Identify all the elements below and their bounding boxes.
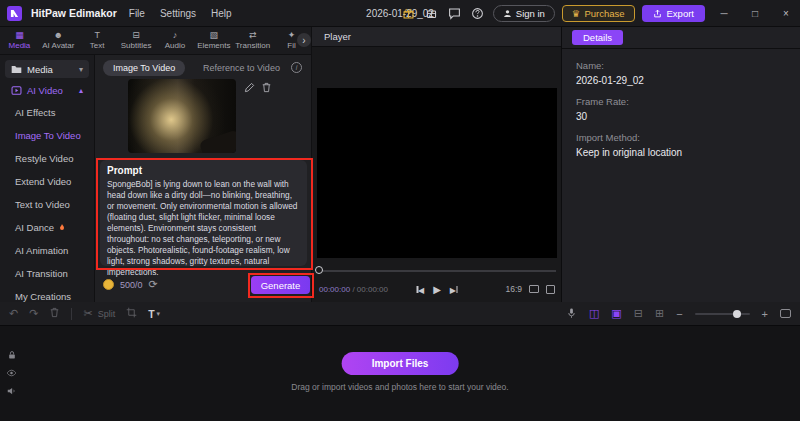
details-header: Details — [562, 27, 800, 49]
player-scrubber[interactable] — [318, 270, 556, 272]
delete-image-button[interactable] — [261, 82, 272, 95]
timeline-zoom-slider[interactable] — [695, 313, 750, 315]
tab-subtitles[interactable]: ⊟ Subtitles — [117, 27, 156, 54]
grid-toggle-button[interactable]: ⊞ — [655, 307, 664, 320]
chevron-down-icon: ▾ — [157, 310, 161, 318]
snap-toggle-button[interactable]: ⊟ — [634, 307, 643, 320]
menu-help[interactable]: Help — [208, 6, 235, 21]
undo-button[interactable]: ↶ — [9, 308, 18, 319]
sign-in-button[interactable]: Sign in — [493, 5, 555, 22]
trash-icon — [261, 82, 272, 93]
sidebar-group-media[interactable]: Media ▾ — [5, 60, 89, 78]
text-tool-button[interactable]: T ▾ — [148, 308, 160, 320]
play-button[interactable]: ▶ — [433, 284, 441, 295]
split-button[interactable]: ✂ — [83, 308, 92, 319]
zoom-in-button[interactable]: + — [762, 308, 768, 320]
tab-text[interactable]: T Text — [78, 27, 117, 54]
export-icon — [653, 9, 662, 18]
info-icon[interactable]: i — [291, 62, 302, 73]
tab-media[interactable]: ▦ Media — [0, 27, 39, 54]
transport-controls: ◀ ▶ ▶ — [416, 284, 457, 295]
split-label: Split — [98, 309, 116, 319]
sidebar-item-restyle-video[interactable]: Restyle Video — [0, 147, 94, 170]
zoom-slider-handle[interactable] — [733, 310, 741, 318]
sidebar-item-ai-effects[interactable]: AI Effects — [0, 101, 94, 124]
lock-track-button[interactable] — [7, 350, 17, 362]
aspect-ratio-selector[interactable]: 16:9 — [505, 284, 522, 294]
details-panel: Details Name: 2026-01-29_02 Frame Rate: … — [562, 27, 800, 302]
tab-transition[interactable]: ⇄ Transition — [233, 27, 272, 54]
avatar-icon: ☻ — [54, 31, 63, 40]
prompt-box[interactable]: Prompt SpongeBob] is lying down to lean … — [100, 160, 307, 266]
image-to-video-panel: Image To Video Reference to Video i Prom… — [95, 55, 312, 302]
credits-row: 500/0 ⟳ — [103, 278, 158, 291]
coin-icon — [103, 279, 114, 290]
tab-ai-avatar[interactable]: ☻ AI Avatar — [39, 27, 78, 54]
sidebar-item-extend-video[interactable]: Extend Video — [0, 170, 94, 193]
name-value: 2026-01-29_02 — [576, 75, 644, 86]
close-button[interactable]: × — [774, 0, 798, 27]
redo-button[interactable]: ↷ — [29, 308, 38, 319]
sidebar-item-ai-animation[interactable]: AI Animation — [0, 239, 94, 262]
fullscreen-icon[interactable] — [546, 285, 555, 294]
fit-timeline-button[interactable] — [780, 309, 791, 318]
mode-toggle-reference-to-video[interactable]: Reference to Video — [203, 63, 280, 73]
subtitles-icon: ⊟ — [132, 31, 140, 40]
filters-icon: ✦ — [288, 31, 296, 40]
ai-video-icon — [11, 85, 22, 96]
framerate-value: 30 — [576, 111, 587, 122]
sidebar-group-ai-video[interactable]: AI Video ▴ — [0, 81, 94, 99]
prev-frame-button[interactable]: ◀ — [416, 284, 424, 295]
fire-icon — [58, 223, 66, 232]
refresh-icon[interactable]: ⟳ — [149, 278, 158, 291]
mode-toggle-image-to-video[interactable]: Image To Video — [103, 60, 185, 76]
voiceover-mic-button[interactable] — [566, 307, 577, 321]
giftbox-icon[interactable] — [424, 6, 440, 22]
lock-icon — [7, 350, 17, 360]
tab-details[interactable]: Details — [572, 30, 623, 45]
chevron-up-icon: ▴ — [79, 86, 83, 95]
prompt-text[interactable]: SpongeBob] is lying down to lean on the … — [107, 179, 300, 278]
user-icon — [503, 9, 512, 18]
hide-track-button[interactable] — [6, 368, 17, 380]
framerate-label: Frame Rate: — [576, 96, 629, 107]
sidebar-item-text-to-video[interactable]: Text to Video — [0, 193, 94, 216]
maximize-button[interactable]: □ — [743, 0, 767, 27]
edit-image-button[interactable] — [244, 82, 255, 95]
playhead-handle[interactable] — [315, 266, 323, 274]
import-files-button[interactable]: Import Files — [342, 352, 459, 375]
sidebar-item-image-to-video[interactable]: Image To Video — [0, 124, 94, 147]
trash-icon — [49, 307, 60, 318]
gift-icon[interactable] — [401, 6, 417, 22]
transition-icon: ⇄ — [249, 31, 257, 40]
track-mode-b-button[interactable]: ▣ — [611, 307, 621, 320]
next-frame-button[interactable]: ▶ — [450, 284, 458, 295]
player-panel: Player 00:00:00 / 00:00:00 ◀ ▶ ▶ 16:9 — [312, 27, 562, 302]
tabs-scroll-right-button[interactable]: › — [297, 33, 311, 47]
menu-file[interactable]: File — [126, 6, 148, 21]
crop-icon — [126, 307, 137, 318]
minimize-button[interactable]: ─ — [712, 0, 736, 27]
sidebar: Media ▾ AI Video ▴ AI Effects Image To V… — [0, 55, 95, 302]
feature-tabbar: ▦ Media ☻ AI Avatar T Text ⊟ Subtitles ♪… — [0, 27, 312, 55]
generate-button[interactable]: Generate — [251, 276, 310, 294]
help-icon[interactable] — [470, 6, 486, 22]
sign-in-label: Sign in — [516, 8, 545, 19]
crop-button[interactable] — [126, 307, 137, 320]
track-mode-a-button[interactable]: ◫ — [589, 307, 599, 320]
purchase-button[interactable]: ♛ Purchase — [562, 5, 635, 22]
titlebar-right-group: Sign in ♛ Purchase Export ─ □ × — [401, 0, 800, 27]
export-label: Export — [667, 8, 694, 19]
zoom-out-button[interactable]: − — [676, 308, 682, 320]
sidebar-item-ai-transition[interactable]: AI Transition — [0, 262, 94, 285]
toolbar-divider — [71, 308, 72, 320]
export-button[interactable]: Export — [642, 5, 705, 22]
menu-settings[interactable]: Settings — [157, 6, 199, 21]
preview-window-icon[interactable] — [529, 285, 539, 293]
delete-button[interactable] — [49, 307, 60, 320]
tab-audio[interactable]: ♪ Audio — [156, 27, 195, 54]
source-image-thumbnail[interactable] — [128, 79, 236, 153]
sidebar-item-ai-dance[interactable]: AI Dance — [0, 216, 94, 239]
feedback-icon[interactable] — [447, 6, 463, 22]
tab-elements[interactable]: ▧ Elements — [194, 27, 233, 54]
